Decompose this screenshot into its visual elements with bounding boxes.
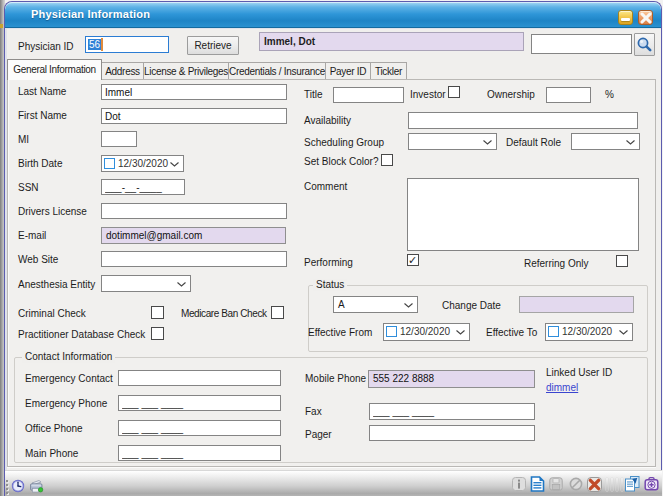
fax-label: Fax (305, 406, 322, 418)
delete-button[interactable] (587, 477, 602, 492)
first-name-input[interactable] (101, 108, 287, 124)
printer-icon (29, 479, 44, 493)
physician-name-display: Immel, Dot (259, 32, 524, 51)
search-button[interactable] (634, 33, 655, 56)
toolbar-separator (606, 478, 623, 491)
text-caret (101, 38, 103, 51)
linked-user-id-label: Linked User ID (546, 367, 612, 379)
default-role-combo[interactable] (571, 133, 640, 150)
mobile-phone-label: Mobile Phone (305, 373, 366, 385)
minimize-icon (621, 18, 630, 21)
copy-button[interactable] (624, 475, 641, 492)
availability-label: Availability (304, 115, 351, 127)
emergency-contact-input[interactable] (118, 370, 281, 386)
contact-group-title: Contact Information (22, 351, 115, 363)
effective-to-checkbox[interactable] (548, 326, 559, 337)
ssn-input[interactable] (101, 179, 185, 195)
drivers-license-label: Drivers License (18, 206, 87, 218)
last-name-label: Last Name (18, 86, 66, 98)
background-detail (0, 24, 3, 28)
ownership-label: Ownership (487, 89, 535, 101)
mi-input[interactable] (101, 131, 137, 147)
print-button[interactable] (29, 479, 44, 493)
linked-user-id-link[interactable]: dimmel (546, 382, 578, 393)
effective-to-picker[interactable]: 12/30/2020 (545, 323, 633, 341)
default-role-label: Default Role (506, 137, 561, 149)
performing-label: Performing (304, 257, 353, 269)
main-phone-label: Main Phone (25, 448, 78, 460)
status-combo[interactable]: A (333, 296, 418, 313)
search-input[interactable] (531, 34, 632, 54)
practitioner-database-check-checkbox[interactable] (151, 327, 164, 340)
title-label: Title (304, 89, 323, 101)
birth-date-checkbox[interactable] (104, 158, 115, 169)
office-phone-input[interactable] (118, 420, 281, 436)
referring-only-checkbox[interactable] (616, 255, 628, 267)
toolbar-grip[interactable] (6, 480, 9, 494)
change-date-field (519, 296, 634, 313)
info-icon (512, 477, 526, 491)
medicare-ban-check-label: Medicare Ban Check (181, 308, 267, 320)
physician-id-value: 56 (88, 39, 101, 50)
save-disk-icon (549, 477, 563, 491)
comment-label: Comment (304, 181, 347, 193)
medicare-ban-check-checkbox[interactable] (271, 306, 284, 319)
main-phone-input[interactable] (118, 445, 281, 461)
medical-kit-button[interactable] (644, 476, 659, 491)
mi-label: MI (18, 134, 29, 146)
criminal-check-checkbox[interactable] (151, 306, 164, 319)
medical-kit-icon (644, 476, 659, 491)
birth-date-picker[interactable]: 12/30/2020 (101, 155, 184, 172)
view-document-button[interactable] (530, 476, 545, 492)
scheduling-group-combo[interactable] (408, 133, 497, 150)
investor-checkbox[interactable] (448, 86, 460, 98)
tab-tickler[interactable]: Tickler (371, 62, 407, 80)
drivers-license-input[interactable] (101, 203, 287, 219)
emergency-phone-input[interactable] (118, 395, 281, 411)
effective-from-checkbox[interactable] (386, 326, 397, 337)
set-block-color-checkbox[interactable] (381, 154, 393, 166)
chevron-down-icon (483, 140, 492, 145)
last-name-input[interactable] (101, 84, 287, 100)
checkmark-icon: ✓ (408, 254, 417, 266)
minimize-button[interactable] (618, 10, 633, 25)
web-site-input[interactable] (101, 251, 287, 267)
performing-checkbox[interactable]: ✓ (407, 254, 419, 266)
chevron-down-icon (456, 330, 465, 335)
chevron-down-icon (626, 140, 635, 145)
pager-input[interactable] (369, 425, 535, 441)
anesthesia-entity-label: Anesthesia Entity (18, 279, 95, 291)
history-clock-button[interactable] (11, 479, 25, 493)
window-title: Physician Information (31, 8, 150, 20)
criminal-check-label: Criminal Check (18, 308, 86, 320)
chevron-down-icon (177, 282, 186, 287)
tab-address[interactable]: Address (102, 62, 144, 80)
physician-id-input[interactable]: 56 (85, 36, 169, 53)
titlebar[interactable]: Physician Information (5, 2, 661, 28)
email-label: E-mail (18, 230, 46, 242)
ownership-input[interactable] (546, 87, 591, 103)
email-field[interactable]: dotimmel@gmail.com (101, 227, 286, 244)
availability-input[interactable] (408, 112, 638, 129)
effective-from-picker[interactable]: 12/30/2020 (383, 323, 470, 341)
save-button-disabled[interactable] (549, 477, 563, 491)
tab-credentials-insurance[interactable]: Credentials / Insurance (229, 62, 326, 80)
title-input[interactable] (333, 87, 404, 103)
retrieve-button[interactable]: Retrieve (187, 36, 239, 55)
mobile-phone-field[interactable]: 555 222 8888 (368, 370, 535, 388)
investor-label: Investor (410, 89, 446, 101)
delete-x-icon (587, 477, 602, 492)
info-button[interactable] (512, 477, 526, 491)
tab-general-information[interactable]: General Information (7, 59, 102, 80)
tab-license-privileges[interactable]: License & Privileges (144, 62, 229, 80)
referring-only-label: Referring Only (524, 258, 588, 270)
fax-input[interactable] (369, 403, 535, 420)
anesthesia-entity-combo[interactable] (101, 275, 191, 292)
practitioner-database-check-label: Practitioner Database Check (18, 329, 145, 341)
comment-textarea[interactable] (407, 178, 639, 251)
close-button[interactable] (638, 10, 653, 25)
cancel-button-disabled[interactable] (569, 477, 583, 491)
bottom-toolbar (5, 470, 662, 496)
copy-pages-icon (624, 475, 641, 492)
tab-payer-id[interactable]: Payer ID (326, 62, 371, 80)
